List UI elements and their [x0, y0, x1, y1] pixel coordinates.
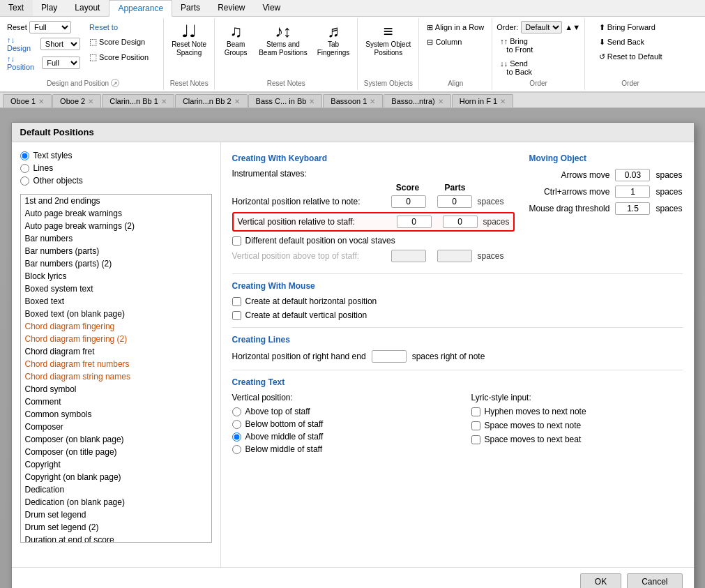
list-item[interactable]: Block lyrics — [21, 270, 211, 282]
bring-to-front-btn[interactable]: ↑↑ Bring to Front — [496, 35, 580, 56]
stems-beam-btn[interactable]: ♪↕ Stems andBeam Positions — [255, 21, 310, 59]
align-column-btn[interactable]: ⊟ Column — [423, 36, 487, 49]
close-horn[interactable]: ✕ — [500, 98, 506, 105]
dropdown-full-2[interactable]: FullShortNone — [42, 56, 80, 69]
score-tab-oboe1[interactable]: Oboe 1 ✕ — [3, 94, 52, 107]
dropdown-full-1[interactable]: FullShortNone — [29, 21, 71, 33]
reset-to-btn[interactable]: Reset to — [86, 21, 159, 33]
score-col-header: Score — [387, 183, 429, 193]
tab-fingerings-icon: ♬ — [327, 23, 340, 40]
horiz-parts-input[interactable] — [437, 195, 472, 208]
dialog-overlay: Default Positions Text styles Lines — [0, 108, 705, 588]
align-row-btn[interactable]: ⊞ Align in a Row — [423, 21, 487, 34]
radio-above-middle[interactable]: Above middle of staff — [232, 432, 444, 442]
list-item-drum-legend[interactable]: Drum set legend — [21, 508, 211, 521]
score-tab-horn[interactable]: Horn in F 1 ✕ — [452, 94, 513, 107]
order-stepper[interactable]: ▲▼ — [565, 23, 580, 31]
radio-other-objects[interactable]: Other objects — [20, 176, 212, 186]
close-basscontra[interactable]: ✕ — [438, 98, 444, 105]
list-item-composer[interactable]: Composer — [21, 421, 211, 433]
arrows-input[interactable] — [615, 169, 650, 181]
score-tab-clarin2[interactable]: Clarin...n Bb 2 ✕ — [175, 94, 248, 107]
list-item-comment[interactable]: Comment — [21, 395, 211, 408]
list-item[interactable]: Boxed text (on blank page) — [21, 308, 211, 320]
list-item[interactable]: Bar numbers — [21, 232, 211, 245]
list-item-common-symbols[interactable]: Common symbols — [21, 408, 211, 421]
horiz-right-input[interactable] — [372, 350, 407, 363]
mouse-drag-input[interactable] — [615, 202, 650, 215]
tab-appearance[interactable]: Appearance — [109, 0, 172, 17]
ok-button[interactable]: OK — [580, 573, 621, 588]
tab-review[interactable]: Review — [209, 0, 254, 16]
close-bassoon[interactable]: ✕ — [370, 98, 375, 105]
list-item-chord-fret-numbers[interactable]: Chord diagram fret numbers — [21, 358, 211, 370]
create-horiz-checkbox[interactable] — [232, 297, 241, 306]
close-oboe2[interactable]: ✕ — [88, 98, 93, 105]
list-item-copyright-blank[interactable]: Copyright (on blank page) — [21, 471, 211, 483]
dropdown-short-1[interactable]: ShortFullNone — [40, 38, 80, 50]
send-back-btn[interactable]: ⬇ Send Back — [596, 36, 666, 49]
list-item-composer-blank[interactable]: Composer (on blank page) — [21, 433, 211, 446]
expand-icon[interactable]: ↗ — [111, 79, 119, 87]
list-item[interactable]: Bar numbers (parts) (2) — [21, 257, 211, 270]
list-item[interactable]: Auto page break warnings — [21, 207, 211, 220]
list-item-copyright[interactable]: Copyright — [21, 458, 211, 471]
radio-below-bottom[interactable]: Below bottom of staff — [232, 419, 444, 429]
reset-to-default-btn[interactable]: ↺ Reset to Default — [596, 50, 666, 63]
bring-forward-btn[interactable]: ⬆ Bring Forward — [596, 21, 666, 34]
hyphen-checkbox[interactable] — [471, 407, 480, 416]
list-item[interactable]: Bar numbers (parts) — [21, 245, 211, 257]
system-object-btn[interactable]: ≡ System ObjectPositions — [362, 21, 414, 59]
list-item-chord-fret[interactable]: Chord diagram fret — [21, 345, 211, 358]
horiz-score-input[interactable] — [391, 195, 426, 208]
list-item-chord-fingering[interactable]: Chord diagram fingering — [21, 320, 211, 333]
score-position-btn[interactable]: ⬚ Score Position — [86, 50, 159, 64]
send-to-back-btn[interactable]: ↓↓ Send to Back — [496, 57, 580, 78]
list-item-drum-legend2[interactable]: Drum set legend (2) — [21, 521, 211, 534]
tab-layout[interactable]: Layout — [66, 0, 109, 16]
radio-text-styles[interactable]: Text styles — [20, 151, 212, 160]
styles-list[interactable]: 1st and 2nd endings Auto page break warn… — [20, 194, 212, 543]
ctrl-arrows-input[interactable] — [615, 186, 650, 198]
tab-view[interactable]: View — [254, 0, 289, 16]
reset-note-spacing-btn[interactable]: ♩♩ Reset NoteSpacing — [168, 21, 210, 59]
list-item-chord-symbol[interactable]: Chord symbol — [21, 383, 211, 395]
list-item[interactable]: 1st and 2nd endings — [21, 195, 211, 207]
radio-below-middle[interactable]: Below middle of staff — [232, 444, 444, 454]
radio-above-top[interactable]: Above top of staff — [232, 407, 444, 416]
score-tab-bass[interactable]: Bass C... in Bb ✕ — [248, 94, 323, 107]
score-tab-basscontra[interactable]: Basso...ntra) ✕ — [384, 94, 450, 107]
list-item[interactable]: Auto page break warnings (2) — [21, 220, 211, 232]
list-item[interactable]: Boxed text — [21, 295, 211, 308]
tab-text[interactable]: Text — [0, 0, 33, 16]
beam-groups-btn[interactable]: ♫ BeamGroups — [219, 21, 252, 59]
radio-lines[interactable]: Lines — [20, 163, 212, 173]
list-item-chord-fingering2[interactable]: Chord diagram fingering (2) — [21, 333, 211, 345]
order-select[interactable]: Default — [521, 21, 562, 33]
space-next-beat-checkbox[interactable] — [471, 435, 480, 444]
list-item-chord-string-names[interactable]: Chord diagram string names — [21, 370, 211, 383]
close-clarin2[interactable]: ✕ — [234, 98, 240, 105]
vert-parts-input[interactable] — [443, 216, 478, 228]
tab-fingerings-btn[interactable]: ♬ TabFingerings — [314, 21, 354, 59]
space-next-note-checkbox[interactable] — [471, 421, 480, 430]
list-item[interactable]: Boxed system text — [21, 282, 211, 295]
create-vert-checkbox[interactable] — [232, 311, 241, 320]
score-tab-bassoon[interactable]: Bassoon 1 ✕ — [323, 94, 383, 107]
close-oboe1[interactable]: ✕ — [38, 98, 44, 105]
diff-vocal-checkbox[interactable] — [232, 236, 241, 246]
close-clarin1[interactable]: ✕ — [161, 98, 167, 105]
close-bass[interactable]: ✕ — [309, 98, 314, 105]
score-tab-oboe2[interactable]: Oboe 2 ✕ — [52, 94, 101, 107]
lyric-col-label: Lyric-style input: — [471, 393, 683, 402]
vert-score-input[interactable] — [397, 216, 432, 228]
list-item-composer-title[interactable]: Composer (on title page) — [21, 446, 211, 458]
tab-parts[interactable]: Parts — [172, 0, 209, 16]
score-tab-clarin1[interactable]: Clarin...n Bb 1 ✕ — [102, 94, 174, 107]
list-item-dedication[interactable]: Dedication — [21, 483, 211, 496]
tab-play[interactable]: Play — [33, 0, 66, 16]
list-item-duration[interactable]: Duration at end of score — [21, 534, 211, 543]
score-design-btn[interactable]: ⬚ Score Design — [86, 35, 159, 49]
list-item-dedication-blank[interactable]: Dedication (on blank page) — [21, 496, 211, 508]
cancel-button[interactable]: Cancel — [627, 573, 682, 588]
